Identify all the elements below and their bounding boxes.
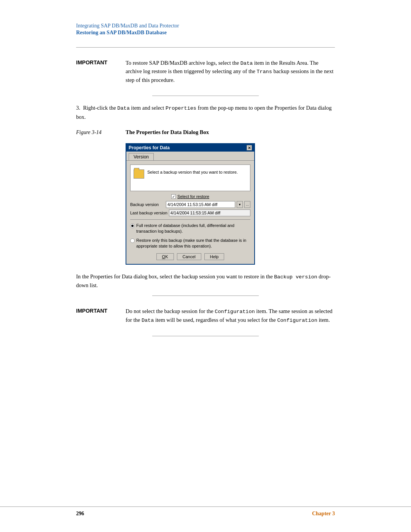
backup-version-input[interactable] (166, 201, 235, 208)
last-backup-label: Last backup version (130, 211, 167, 215)
dialog-radio-group: Full restore of database (includes full,… (130, 223, 250, 249)
last-backup-input (169, 209, 250, 216)
dialog-checkbox-row: ✓ Select for restore (130, 194, 250, 199)
dialog-separator (130, 219, 250, 220)
backup-version-browse[interactable]: … (244, 201, 250, 208)
dialog-titlebar: Properties for Data ✕ (126, 144, 254, 152)
last-backup-version-row: Last backup version (130, 209, 250, 216)
breadcrumb-link[interactable]: Integrating SAP DB/MaxDB and Data Protec… (76, 23, 335, 29)
rule-before-important2 (152, 296, 259, 296)
code-trans: Trans (256, 69, 272, 75)
step-number: 3. (76, 105, 83, 111)
dialog-inner-panel: Select a backup version that you want to… (130, 165, 250, 191)
backup-version-label: Backup version (130, 202, 164, 207)
step-3-text: 3. Right-click the Data item and select … (76, 104, 335, 121)
footer-page-number: 296 (76, 511, 84, 517)
help-button[interactable]: Help (204, 253, 225, 260)
figure-row: Figure 3-14 The Properties for Data Dial… (76, 129, 335, 136)
dialog-buttons: OK Cancel Help (130, 253, 250, 260)
dialog-title: Properties for Data (129, 145, 170, 150)
code-data-2: Data (142, 318, 154, 323)
select-for-restore-checkbox[interactable]: ✓ (171, 194, 176, 199)
page: Integrating SAP DB/MaxDB and Data Protec… (0, 0, 411, 532)
important-block-2: IMPORTANT Do not select the backup sessi… (76, 304, 335, 328)
body-paragraph: In the Properties for Data dialog box, s… (76, 272, 335, 290)
figure-label: Figure 3-14 (76, 129, 102, 135)
code-configuration-1: Configuration (215, 309, 255, 315)
backup-version-dropdown[interactable]: ▼ (237, 201, 243, 208)
radio-row-2: Restore only this backup (make sure that… (130, 238, 250, 249)
dialog-tabs: Version (126, 152, 254, 160)
footer: 296 Chapter 3 (0, 506, 411, 521)
folder-icon (134, 169, 144, 179)
dialog-box: Properties for Data ✕ Version Select a b… (126, 143, 255, 265)
rule-after-important1 (152, 96, 259, 96)
figure-title-col: The Properties for Data Dialog Box (126, 129, 335, 136)
checkbox-label[interactable]: Select for restore (177, 194, 209, 199)
important-text-2: Do not select the backup session for the… (126, 307, 335, 324)
backup-version-row: Backup version ▼ … (130, 201, 250, 208)
top-rule (76, 47, 335, 48)
dialog-tab-version[interactable]: Version (129, 153, 154, 160)
breadcrumb-bold: Restoring an SAP DB/MaxDB Database (76, 30, 335, 36)
radio-full-restore-label: Full restore of database (includes full,… (136, 223, 250, 235)
header-area: Integrating SAP DB/MaxDB and Data Protec… (0, 0, 411, 47)
code-data-1: Data (241, 61, 253, 66)
dialog-close-button[interactable]: ✕ (247, 145, 252, 150)
figure-title: The Properties for Data Dialog Box (126, 129, 209, 135)
important-block-1: IMPORTANT To restore SAP DB/MaxDB archiv… (76, 55, 335, 88)
dialog-wrapper: Properties for Data ✕ Version Select a b… (126, 143, 285, 265)
radio-this-backup-label: Restore only this backup (make sure that… (136, 238, 250, 249)
rule-after-important2 (152, 336, 259, 336)
cancel-button[interactable]: Cancel (177, 253, 201, 260)
code-properties: Properties (166, 105, 196, 111)
dialog-body: Select a backup version that you want to… (126, 160, 254, 264)
figure-label-col: Figure 3-14 (76, 129, 126, 136)
radio-full-restore[interactable] (130, 224, 135, 228)
important-text-1: To restore SAP DB/MaxDB archive logs, se… (126, 59, 335, 84)
footer-chapter: Chapter 3 (312, 511, 335, 517)
radio-this-backup[interactable] (130, 238, 135, 243)
code-backup-version: Backup version (274, 274, 317, 280)
ok-button[interactable]: OK (156, 253, 174, 260)
code-configuration-2: Configuration (277, 318, 317, 323)
code-data-step3: Data (117, 105, 129, 111)
important-label-2: IMPORTANT (76, 307, 126, 324)
content-area: IMPORTANT To restore SAP DB/MaxDB archiv… (0, 55, 411, 336)
radio-row-1: Full restore of database (includes full,… (130, 223, 250, 235)
important-label-1: IMPORTANT (76, 59, 126, 84)
dialog-inner-text: Select a backup version that you want to… (147, 168, 238, 175)
